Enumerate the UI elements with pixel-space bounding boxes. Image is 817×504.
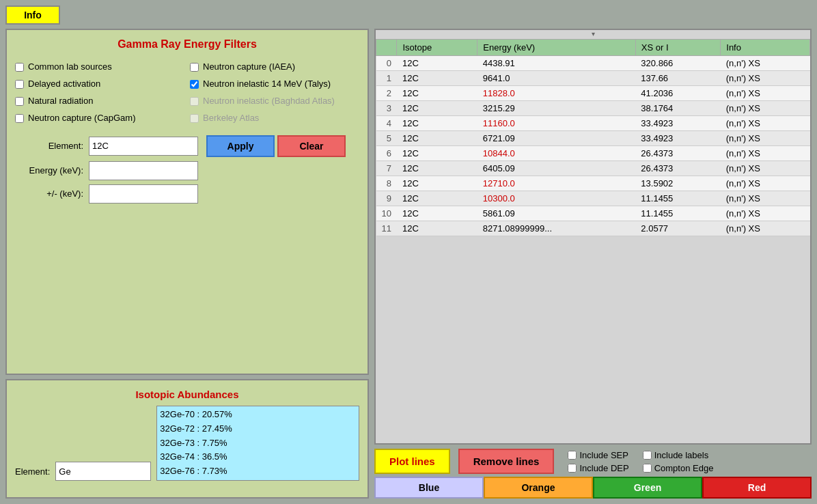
checkbox-neutron-inelastic-talys: Neutron inelastic 14 MeV (Talys): [190, 79, 359, 90]
info-cell: (n,n') XS: [721, 191, 810, 206]
checkbox-neutron-inelastic-baghdad-input: [190, 97, 199, 106]
include-dep-label: Include DEP: [579, 463, 628, 473]
energy-cell: 8271.08999999...: [477, 221, 636, 236]
abundances-list: 32Ge-70 : 20.57%32Ge-72 : 27.45%32Ge-73 …: [157, 406, 359, 480]
checkbox-neutron-inelastic-talys-label: Neutron inelastic 14 MeV (Talys): [203, 79, 331, 90]
xs-cell: 2.0577: [635, 221, 720, 236]
xs-cell: 33.4923: [635, 131, 720, 146]
checkbox-neutron-capture-iaea-label: Neutron capture (IAEA): [203, 61, 295, 73]
right-checkboxes-2: Include labels Compton Edge: [643, 450, 714, 473]
xs-cell: 137.66: [635, 71, 720, 86]
checkboxes-grid: Common lab sources Neutron capture (IAEA…: [15, 61, 359, 124]
info-cell: (n,n') XS: [721, 116, 810, 131]
row-num-cell: 6: [376, 146, 397, 161]
orange-button[interactable]: Orange: [484, 477, 593, 499]
list-item: 32Ge-73 : 7.75%: [160, 436, 356, 451]
data-table: Isotope Energy (keV) XS or I Info 0 12C …: [376, 39, 810, 236]
blue-button[interactable]: Blue: [374, 477, 484, 499]
isotope-cell: 12C: [397, 86, 477, 101]
plusminus-input[interactable]: [89, 184, 198, 204]
row-num-cell: 3: [376, 101, 397, 116]
col-header-energy: Energy (keV): [477, 40, 636, 56]
checkbox-neutron-capture-iaea: Neutron capture (IAEA): [190, 61, 359, 73]
row-num-cell: 11: [376, 221, 397, 236]
apply-button[interactable]: Apply: [206, 135, 275, 157]
energy-cell: 12710.0: [477, 176, 636, 191]
table-row: 6 12C 10844.0 26.4373 (n,n') XS: [376, 146, 810, 161]
plot-lines-button[interactable]: Plot lines: [374, 449, 450, 474]
energy-input[interactable]: [89, 161, 198, 180]
checkbox-neutron-capture-capgam-input[interactable]: [15, 114, 24, 123]
table-row: 8 12C 12710.0 13.5902 (n,n') XS: [376, 176, 810, 191]
include-labels-checkbox[interactable]: [643, 451, 652, 460]
abundances-element-row: Element:: [15, 462, 151, 481]
xs-cell: 26.4373: [635, 146, 720, 161]
remove-lines-button[interactable]: Remove lines: [458, 449, 555, 474]
info-cell: (n,n') XS: [721, 161, 810, 176]
checkbox-neutron-capture-capgam: Neutron capture (CapGam): [15, 113, 184, 124]
include-sep-checkbox[interactable]: [568, 451, 577, 460]
isotope-cell: 12C: [397, 176, 477, 191]
xs-cell: 33.4923: [635, 116, 720, 131]
checkbox-neutron-inelastic-talys-input[interactable]: [190, 80, 199, 89]
checkbox-natural-radiation-label: Natural radiation: [28, 96, 93, 107]
checkbox-delayed-activation-input[interactable]: [15, 80, 24, 89]
table-row: 11 12C 8271.08999999... 2.0577 (n,n') XS: [376, 221, 810, 236]
include-dep-row: Include DEP: [568, 463, 628, 473]
xs-cell: 26.4373: [635, 161, 720, 176]
green-button[interactable]: Green: [593, 477, 702, 499]
right-checkboxes: Include SEP Include DEP: [568, 450, 628, 473]
table-row: 5 12C 6721.09 33.4923 (n,n') XS: [376, 131, 810, 146]
color-buttons-row: Blue Orange Green Red: [374, 477, 812, 499]
row-num-cell: 8: [376, 176, 397, 191]
checkbox-neutron-capture-iaea-input[interactable]: [190, 63, 199, 72]
abundances-list-wrapper[interactable]: 32Ge-70 : 20.57%32Ge-72 : 27.45%32Ge-73 …: [156, 406, 359, 481]
col-header-info: Info: [721, 40, 810, 56]
energy-cell: 5861.09: [477, 206, 636, 221]
xs-cell: 320.866: [635, 56, 720, 71]
energy-cell: 11828.0: [477, 86, 636, 101]
abundances-element-input[interactable]: [55, 462, 151, 481]
row-num-cell: 9: [376, 191, 397, 206]
isotope-cell: 12C: [397, 56, 477, 71]
checkbox-common-lab-input[interactable]: [15, 63, 24, 72]
energy-label: Energy (keV):: [15, 165, 83, 176]
isotope-cell: 12C: [397, 161, 477, 176]
checkbox-common-lab: Common lab sources: [15, 61, 184, 73]
table-row: 10 12C 5861.09 11.1455 (n,n') XS: [376, 206, 810, 221]
row-num-cell: 1: [376, 71, 397, 86]
include-dep-checkbox[interactable]: [568, 464, 577, 473]
row-num-cell: 2: [376, 86, 397, 101]
info-cell: (n,n') XS: [721, 206, 810, 221]
energy-cell: 3215.29: [477, 101, 636, 116]
info-cell: (n,n') XS: [721, 56, 810, 71]
list-item: 32Ge-72 : 27.45%: [160, 422, 356, 436]
row-num-cell: 0: [376, 56, 397, 71]
row-num-cell: 4: [376, 116, 397, 131]
checkbox-berkeley-atlas: Berkeley Atlas: [190, 113, 359, 124]
checkbox-delayed-activation-label: Delayed activation: [28, 79, 100, 90]
isotope-cell: 12C: [397, 71, 477, 86]
checkbox-natural-radiation: Natural radiation: [15, 96, 184, 107]
info-cell: (n,n') XS: [721, 221, 810, 236]
include-labels-row: Include labels: [643, 450, 714, 460]
fields-section: Element: Apply Clear Energy (keV): +/- (…: [15, 135, 359, 204]
clear-button[interactable]: Clear: [277, 135, 346, 157]
isotope-cell: 12C: [397, 221, 477, 236]
col-header-rownum: [376, 40, 397, 56]
element-input[interactable]: [89, 137, 198, 156]
isotope-cell: 12C: [397, 131, 477, 146]
info-cell: (n,n') XS: [721, 86, 810, 101]
xs-cell: 41.2036: [635, 86, 720, 101]
row-num-cell: 7: [376, 161, 397, 176]
isotope-cell: 12C: [397, 206, 477, 221]
energy-cell: 4438.91: [477, 56, 636, 71]
checkbox-neutron-capture-capgam-label: Neutron capture (CapGam): [28, 113, 136, 124]
red-button[interactable]: Red: [702, 477, 812, 499]
info-cell: (n,n') XS: [721, 146, 810, 161]
abundances-title: Isotopic Abundances: [15, 389, 359, 400]
checkbox-natural-radiation-input[interactable]: [15, 97, 24, 106]
isotope-cell: 12C: [397, 191, 477, 206]
compton-edge-checkbox[interactable]: [643, 464, 652, 473]
info-button[interactable]: Info: [5, 5, 60, 25]
